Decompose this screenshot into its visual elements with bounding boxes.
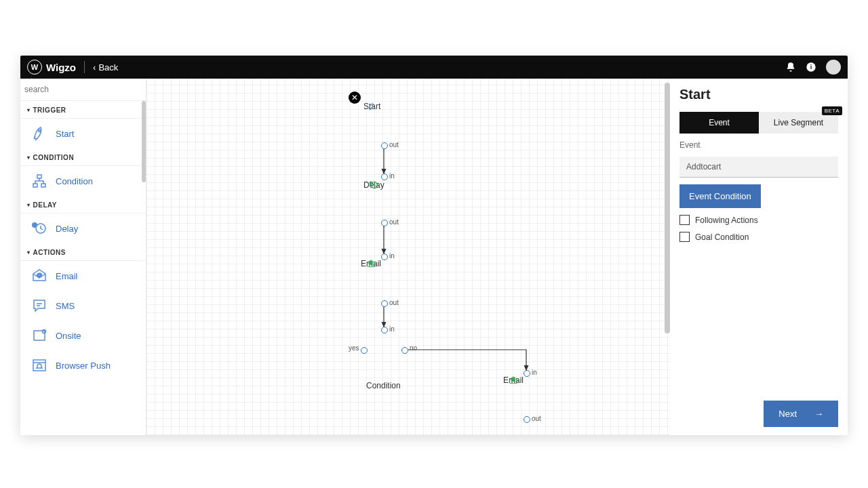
node-email-2[interactable]: @ Email — [503, 375, 524, 385]
palette-onsite[interactable]: Onsite — [20, 321, 146, 350]
brand-label: Wigzo — [46, 62, 76, 73]
goal-condition-checkbox[interactable]: Goal Condition — [679, 232, 838, 242]
brand-icon: W — [27, 60, 42, 75]
canvas-close-button[interactable]: ✕ — [349, 92, 361, 104]
palette-email-label: Email — [56, 271, 78, 281]
clock-alert-icon: ! — [31, 220, 47, 237]
checkbox-icon — [679, 215, 690, 225]
svg-text:@: @ — [37, 272, 42, 278]
node-email-1[interactable]: @ Email — [361, 259, 381, 268]
svg-rect-4 — [33, 184, 37, 187]
rocket-icon — [31, 125, 47, 142]
canvas-scrollbar[interactable] — [665, 83, 670, 333]
palette-email[interactable]: @ Email — [20, 261, 146, 291]
search-input[interactable] — [20, 79, 146, 101]
port-condition-no[interactable] — [401, 347, 408, 354]
topbar-separator — [84, 61, 85, 73]
port-delay-out[interactable] — [381, 220, 388, 226]
tab-event[interactable]: Event — [679, 112, 759, 134]
svg-point-2 — [39, 130, 41, 132]
palette-onsite-label: Onsite — [56, 331, 81, 341]
tab-live-segment[interactable]: Live Segment BETA — [759, 112, 838, 134]
notifications-button[interactable] — [785, 62, 796, 73]
flow-edges — [146, 79, 670, 435]
info-button[interactable]: i — [806, 62, 816, 73]
section-trigger[interactable]: TRIGGER — [20, 101, 146, 119]
panel-tabs: Event Live Segment BETA — [679, 112, 838, 134]
node-start[interactable]: Start — [363, 102, 380, 111]
svg-text:!: ! — [34, 223, 35, 228]
following-actions-checkbox[interactable]: Following Actions — [679, 215, 838, 225]
flow-canvas[interactable]: ✕ Start out in — [146, 79, 670, 435]
palette-sidebar: TRIGGER Start CONDITION Condition — [20, 79, 146, 435]
port-email2-in[interactable] — [524, 370, 530, 377]
node-condition-label: Condition — [366, 381, 401, 390]
node-start-label: Start — [363, 102, 380, 111]
section-delay[interactable]: DELAY — [20, 196, 146, 214]
palette-start-label: Start — [56, 129, 74, 139]
port-email1-in[interactable] — [381, 253, 388, 260]
goal-condition-label: Goal Condition — [695, 232, 749, 242]
palette-browser-push[interactable]: Browser Push — [20, 350, 146, 380]
palette-sms[interactable]: SMS — [20, 291, 146, 321]
port-email1-out-label: out — [389, 299, 399, 306]
port-delay-in[interactable] — [381, 174, 388, 180]
palette-start[interactable]: Start — [20, 119, 146, 148]
checkbox-icon — [679, 232, 690, 242]
svg-rect-5 — [41, 184, 45, 187]
branch-icon — [31, 173, 47, 189]
port-condition-in-label: in — [389, 325, 395, 333]
next-button[interactable]: Next → — [764, 401, 838, 427]
port-delay-in-label: in — [389, 172, 395, 180]
event-condition-button[interactable]: Event Condition — [679, 184, 761, 208]
event-field-label: Event — [679, 140, 838, 150]
palette-delay[interactable]: ! Delay — [20, 214, 146, 243]
brand: W Wigzo — [27, 60, 76, 75]
port-condition-yes[interactable] — [361, 347, 368, 354]
port-start-out-label: out — [389, 141, 399, 148]
port-start-out[interactable] — [381, 142, 388, 149]
svg-rect-12 — [33, 360, 45, 371]
palette-sms-label: SMS — [56, 301, 75, 311]
tab-live-segment-label: Live Segment — [774, 118, 823, 127]
port-condition-no-label: no — [410, 344, 417, 352]
beta-badge: BETA — [822, 106, 842, 115]
panel-title: Start — [679, 87, 838, 102]
port-email2-out-label: out — [532, 415, 541, 422]
port-email2-in-label: in — [532, 369, 537, 376]
next-label: Next — [778, 409, 797, 419]
svg-point-11 — [43, 330, 46, 333]
avatar[interactable] — [826, 60, 841, 75]
port-email1-in-label: in — [389, 252, 395, 260]
palette-condition-label: Condition — [56, 176, 93, 186]
port-email1-out[interactable] — [381, 300, 388, 307]
node-email1-label: Email — [361, 259, 381, 268]
palette-delay-label: Delay — [56, 224, 78, 234]
sms-icon — [31, 298, 47, 314]
svg-rect-3 — [37, 175, 41, 178]
properties-panel: Start Event Live Segment BETA Event Addt… — [670, 79, 848, 435]
back-label: Back — [98, 62, 118, 73]
back-button[interactable]: ‹ Back — [93, 62, 118, 73]
browser-push-icon — [31, 357, 47, 373]
port-email2-out[interactable] — [524, 416, 530, 423]
node-delay-label: Delay — [363, 180, 384, 190]
topbar: W Wigzo ‹ Back i — [20, 56, 848, 79]
arrow-right-icon: → — [814, 409, 823, 419]
chevron-left-icon: ‹ — [93, 62, 96, 73]
node-email2-label: Email — [503, 375, 524, 385]
port-delay-out-label: out — [389, 218, 399, 226]
email-icon: @ — [31, 268, 47, 284]
port-condition-in[interactable] — [381, 327, 388, 333]
port-condition-yes-label: yes — [349, 344, 359, 352]
section-actions[interactable]: ACTIONS — [20, 243, 146, 261]
onsite-icon — [31, 327, 47, 344]
following-actions-label: Following Actions — [695, 216, 758, 225]
section-condition[interactable]: CONDITION — [20, 148, 146, 166]
info-icon: i — [806, 62, 816, 73]
bell-icon — [785, 62, 796, 73]
node-delay[interactable]: ! Delay — [363, 180, 384, 190]
svg-text:i: i — [810, 64, 812, 70]
event-select[interactable]: Addtocart — [679, 157, 838, 178]
palette-condition[interactable]: Condition — [20, 166, 146, 196]
